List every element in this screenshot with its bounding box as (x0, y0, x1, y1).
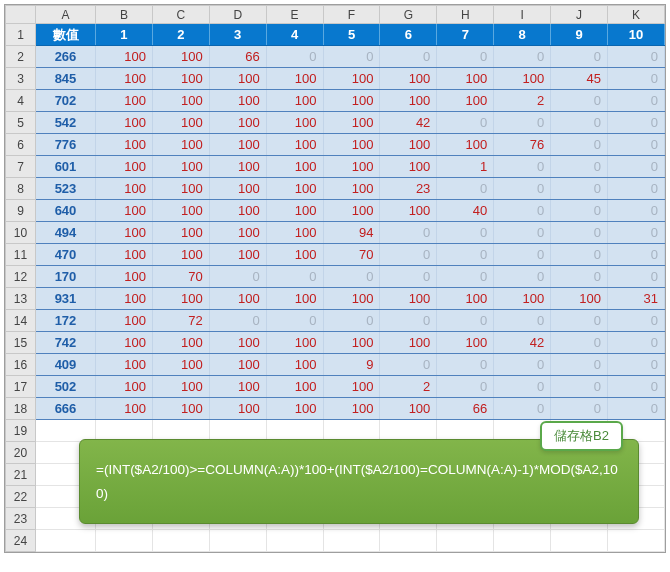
header-num-cell[interactable]: 2 (152, 24, 209, 46)
data-cell[interactable]: 100 (209, 222, 266, 244)
empty-cell[interactable] (494, 530, 551, 552)
data-cell[interactable]: 0 (551, 376, 608, 398)
data-cell[interactable]: 100 (437, 288, 494, 310)
data-cell[interactable]: 0 (494, 266, 551, 288)
row-15[interactable]: 15 (6, 332, 36, 354)
value-cell[interactable]: 640 (36, 200, 96, 222)
data-cell[interactable]: 100 (152, 156, 209, 178)
data-cell[interactable]: 100 (209, 398, 266, 420)
data-cell[interactable]: 100 (152, 354, 209, 376)
value-cell[interactable]: 776 (36, 134, 96, 156)
data-cell[interactable]: 0 (608, 112, 665, 134)
value-cell[interactable]: 666 (36, 398, 96, 420)
header-num-cell[interactable]: 1 (96, 24, 153, 46)
data-cell[interactable]: 0 (551, 332, 608, 354)
data-cell[interactable]: 100 (437, 68, 494, 90)
row-18[interactable]: 18 (6, 398, 36, 420)
data-cell[interactable]: 100 (209, 244, 266, 266)
value-cell[interactable]: 931 (36, 288, 96, 310)
row-10[interactable]: 10 (6, 222, 36, 244)
value-cell[interactable]: 494 (36, 222, 96, 244)
data-cell[interactable]: 0 (437, 376, 494, 398)
data-cell[interactable]: 100 (437, 90, 494, 112)
data-cell[interactable]: 100 (266, 68, 323, 90)
data-cell[interactable]: 100 (323, 376, 380, 398)
data-cell[interactable]: 0 (608, 310, 665, 332)
col-D[interactable]: D (209, 6, 266, 24)
row-17[interactable]: 17 (6, 376, 36, 398)
data-cell[interactable]: 0 (380, 354, 437, 376)
data-cell[interactable]: 42 (380, 112, 437, 134)
data-cell[interactable]: 100 (209, 288, 266, 310)
data-cell[interactable]: 0 (437, 46, 494, 68)
data-cell[interactable]: 70 (323, 244, 380, 266)
data-cell[interactable]: 40 (437, 200, 494, 222)
col-C[interactable]: C (152, 6, 209, 24)
data-cell[interactable]: 0 (551, 222, 608, 244)
col-F[interactable]: F (323, 6, 380, 24)
data-cell[interactable]: 100 (266, 244, 323, 266)
row-11[interactable]: 11 (6, 244, 36, 266)
header-num-cell[interactable]: 7 (437, 24, 494, 46)
data-cell[interactable]: 66 (209, 46, 266, 68)
data-cell[interactable]: 0 (494, 46, 551, 68)
data-cell[interactable]: 100 (96, 398, 153, 420)
row-4[interactable]: 4 (6, 90, 36, 112)
row-22[interactable]: 22 (6, 486, 36, 508)
row-2[interactable]: 2 (6, 46, 36, 68)
data-cell[interactable]: 100 (152, 222, 209, 244)
data-cell[interactable]: 0 (551, 354, 608, 376)
header-num-cell[interactable]: 5 (323, 24, 380, 46)
data-cell[interactable]: 100 (209, 90, 266, 112)
data-cell[interactable]: 100 (380, 68, 437, 90)
data-cell[interactable]: 100 (323, 200, 380, 222)
row-16[interactable]: 16 (6, 354, 36, 376)
data-cell[interactable]: 100 (266, 200, 323, 222)
value-cell[interactable]: 601 (36, 156, 96, 178)
data-cell[interactable]: 0 (437, 310, 494, 332)
data-cell[interactable]: 100 (96, 90, 153, 112)
value-cell[interactable]: 266 (36, 46, 96, 68)
row-3[interactable]: 3 (6, 68, 36, 90)
data-cell[interactable]: 0 (437, 244, 494, 266)
data-cell[interactable]: 100 (96, 244, 153, 266)
data-cell[interactable]: 100 (266, 332, 323, 354)
data-cell[interactable]: 100 (380, 156, 437, 178)
data-cell[interactable]: 0 (608, 156, 665, 178)
col-E[interactable]: E (266, 6, 323, 24)
data-cell[interactable]: 100 (209, 134, 266, 156)
row-20[interactable]: 20 (6, 442, 36, 464)
data-cell[interactable]: 0 (608, 332, 665, 354)
data-cell[interactable]: 100 (323, 288, 380, 310)
data-cell[interactable]: 100 (96, 332, 153, 354)
data-cell[interactable]: 76 (494, 134, 551, 156)
data-cell[interactable]: 100 (96, 200, 153, 222)
data-cell[interactable]: 100 (96, 68, 153, 90)
row-24[interactable]: 24 (6, 530, 36, 552)
data-cell[interactable]: 100 (96, 178, 153, 200)
data-cell[interactable]: 0 (494, 310, 551, 332)
value-cell[interactable]: 742 (36, 332, 96, 354)
data-cell[interactable]: 100 (266, 398, 323, 420)
data-cell[interactable]: 100 (209, 68, 266, 90)
data-cell[interactable]: 9 (323, 354, 380, 376)
header-num-cell[interactable]: 4 (266, 24, 323, 46)
empty-cell[interactable] (551, 530, 608, 552)
data-cell[interactable]: 100 (96, 310, 153, 332)
data-cell[interactable]: 0 (323, 46, 380, 68)
data-cell[interactable]: 0 (494, 178, 551, 200)
empty-cell[interactable] (152, 530, 209, 552)
empty-cell[interactable] (608, 530, 665, 552)
data-cell[interactable]: 0 (551, 244, 608, 266)
data-cell[interactable]: 0 (551, 266, 608, 288)
row-14[interactable]: 14 (6, 310, 36, 332)
data-cell[interactable]: 72 (152, 310, 209, 332)
data-cell[interactable]: 0 (551, 200, 608, 222)
row-21[interactable]: 21 (6, 464, 36, 486)
data-cell[interactable]: 0 (323, 266, 380, 288)
data-cell[interactable]: 100 (96, 266, 153, 288)
data-cell[interactable]: 100 (209, 156, 266, 178)
data-cell[interactable]: 100 (323, 112, 380, 134)
empty-cell[interactable] (323, 530, 380, 552)
data-cell[interactable]: 0 (380, 244, 437, 266)
